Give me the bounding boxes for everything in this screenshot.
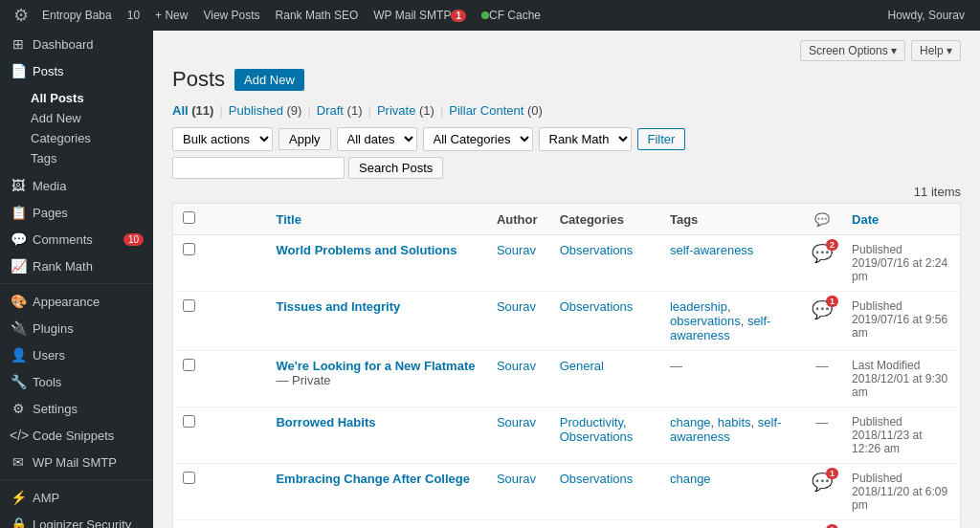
post-tag-link[interactable]: change xyxy=(670,415,711,429)
sidebar-item-media[interactable]: 🖼 Media xyxy=(0,172,153,199)
post-author-link[interactable]: Sourav xyxy=(497,472,536,486)
adminbar-right: Howdy, Sourav xyxy=(880,0,972,31)
post-tag-link[interactable]: self-awareness xyxy=(670,243,753,257)
sidebar-item-wp-mail-smtp[interactable]: ✉ WP Mail SMTP xyxy=(0,449,153,475)
subnav-sep3: | xyxy=(365,103,375,118)
date-sort-link[interactable]: Date xyxy=(852,212,879,227)
adminbar-new[interactable]: + New xyxy=(147,0,195,31)
adminbar-wp-mail[interactable]: WP Mail SMTP 1 xyxy=(366,0,474,31)
post-category-link[interactable]: Observations xyxy=(560,472,634,486)
row-checkbox[interactable] xyxy=(183,299,195,312)
adminbar-howdy[interactable]: Howdy, Sourav xyxy=(880,0,972,31)
sidebar-item-loginizer[interactable]: 🔒 Loginizer Security xyxy=(0,511,153,528)
screen-options-button[interactable]: Screen Options ▾ xyxy=(800,40,905,61)
add-new-button[interactable]: Add New xyxy=(234,69,304,91)
sidebar-sub-add-new[interactable]: Add New xyxy=(31,108,153,128)
subnav-pillar-link[interactable]: Pillar Content xyxy=(449,103,523,118)
title-sort-link[interactable]: Title xyxy=(276,212,301,227)
help-button[interactable]: Help ▾ xyxy=(911,40,961,61)
post-author-link[interactable]: Sourav xyxy=(497,299,536,314)
subnav-private[interactable]: Private (1) xyxy=(377,103,434,118)
bulk-actions-select[interactable]: Bulk actions xyxy=(172,127,273,151)
subnav-draft-link[interactable]: Draft xyxy=(317,103,344,118)
subnav-all[interactable]: All (11) xyxy=(172,103,213,118)
sidebar-item-posts[interactable]: 📄 Posts xyxy=(0,57,153,84)
sidebar-pages-label: Pages xyxy=(33,206,68,220)
post-category-link[interactable]: Observations xyxy=(560,429,634,444)
comment-bubble[interactable]: 💬1 xyxy=(812,299,833,320)
search-input[interactable] xyxy=(172,157,345,179)
table-row: We're Looking for a New Flatmate — Priva… xyxy=(173,351,961,407)
date-status: Published xyxy=(852,472,950,485)
sidebar-sub-all-posts[interactable]: All Posts xyxy=(31,88,153,108)
sidebar-item-tools[interactable]: 🔧 Tools xyxy=(0,368,153,395)
sidebar-item-pages[interactable]: 📋 Pages xyxy=(0,199,153,226)
sidebar-item-amp[interactable]: ⚡ AMP xyxy=(0,484,153,511)
th-title[interactable]: Title xyxy=(266,204,486,235)
post-title-link[interactable]: Borrowed Habits xyxy=(276,415,375,429)
post-tag-link[interactable]: change xyxy=(670,472,711,486)
no-tags: — xyxy=(670,359,682,373)
sidebar-item-code-snippets[interactable]: </> Code Snippets xyxy=(0,422,153,449)
post-title-link[interactable]: Tissues and Integrity xyxy=(276,299,400,314)
post-author-link[interactable]: Sourav xyxy=(497,243,536,257)
notification-count: 10 xyxy=(127,9,140,22)
sidebar-item-dashboard[interactable]: ⊞ Dashboard xyxy=(0,31,153,57)
sidebar-item-appearance[interactable]: 🎨 Appearance xyxy=(0,288,153,315)
subnav-published-link[interactable]: Published xyxy=(229,103,283,118)
post-title-link[interactable]: We're Looking for a New Flatmate xyxy=(276,359,475,373)
subnav-sep4: | xyxy=(436,103,447,118)
select-all-checkbox[interactable] xyxy=(183,211,195,224)
post-author-link[interactable]: Sourav xyxy=(497,359,536,373)
sidebar-item-rank-math[interactable]: 📈 Rank Math xyxy=(0,253,153,279)
post-category-link[interactable]: Observations xyxy=(560,243,634,257)
rank-math-select[interactable]: Rank Math xyxy=(539,127,632,151)
sidebar-dashboard-label: Dashboard xyxy=(33,37,94,52)
subnav-all-link[interactable]: All xyxy=(172,103,189,118)
sidebar-sub-categories[interactable]: Categories xyxy=(31,128,153,148)
subnav-draft[interactable]: Draft (1) xyxy=(317,103,363,118)
post-title-link[interactable]: World Problems and Solutions xyxy=(276,243,457,257)
sidebar-rank-math-label: Rank Math xyxy=(33,259,93,274)
subnav-private-link[interactable]: Private xyxy=(377,103,415,118)
adminbar-view-posts[interactable]: View Posts xyxy=(195,0,267,31)
adminbar-notifications[interactable]: 10 xyxy=(120,0,147,31)
post-category-link[interactable]: General xyxy=(560,359,604,373)
sidebar-settings-label: Settings xyxy=(33,402,78,416)
comment-bubble[interactable]: 💬2 xyxy=(812,243,833,264)
post-tag-link[interactable]: observations xyxy=(670,314,741,328)
apply-button[interactable]: Apply xyxy=(278,128,331,150)
post-author-link[interactable]: Sourav xyxy=(497,415,536,429)
post-category-link[interactable]: Observations xyxy=(560,299,634,314)
sidebar-item-settings[interactable]: ⚙ Settings xyxy=(0,395,153,422)
post-tag-link[interactable]: habits xyxy=(718,415,751,429)
row-checkbox[interactable] xyxy=(183,415,195,428)
search-posts-button[interactable]: Search Posts xyxy=(348,157,443,179)
sidebar-item-users[interactable]: 👤 Users xyxy=(0,341,153,368)
sidebar-item-plugins[interactable]: 🔌 Plugins xyxy=(0,315,153,341)
comments-badge: 10 xyxy=(123,233,144,246)
row-checkbox[interactable] xyxy=(183,243,195,255)
row-checkbox[interactable] xyxy=(183,472,195,484)
adminbar-site-name[interactable]: Entropy Baba xyxy=(34,0,120,31)
adminbar-rank-math[interactable]: Rank Math SEO xyxy=(268,0,367,31)
comment-bubble[interactable]: 💬1 xyxy=(812,472,833,493)
comment-count: 2 xyxy=(826,239,838,251)
post-tag-link[interactable]: leadership xyxy=(670,299,727,314)
post-category-link[interactable]: Productivity xyxy=(560,415,623,429)
row-checkbox[interactable] xyxy=(183,359,195,371)
dates-select[interactable]: All dates xyxy=(337,127,417,151)
th-checkbox[interactable] xyxy=(173,204,267,235)
subnav-pillar[interactable]: Pillar Content (0) xyxy=(449,103,543,118)
post-title-link[interactable]: Embracing Change After College xyxy=(276,472,470,486)
adminbar-cf-cache[interactable]: CF Cache xyxy=(474,0,548,31)
sidebar-item-comments[interactable]: 💬 Comments 10 xyxy=(0,226,153,253)
th-date[interactable]: Date xyxy=(842,204,960,235)
sidebar-appearance-label: Appearance xyxy=(33,295,100,309)
subnav-published[interactable]: Published (9) xyxy=(229,103,302,118)
th-comments: 💬 xyxy=(802,204,842,235)
categories-select[interactable]: All Categories xyxy=(423,127,533,151)
filter-button[interactable]: Filter xyxy=(637,128,686,150)
wp-logo-icon[interactable]: ⚙ xyxy=(8,0,34,31)
sidebar-sub-tags[interactable]: Tags xyxy=(31,148,153,168)
